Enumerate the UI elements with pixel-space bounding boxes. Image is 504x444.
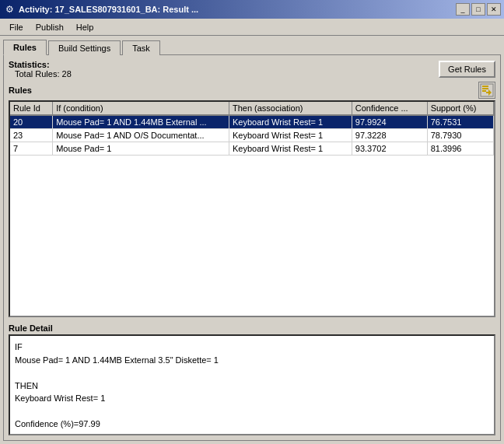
cell-association: Keyboard Wrist Rest= 1 (229, 142, 352, 156)
window-title: Activity: 17_SALES807931601_BA: Result .… (19, 5, 198, 14)
statistics-label: Statistics: (9, 60, 50, 69)
menu-publish[interactable]: Publish (30, 21, 70, 33)
tab-build-settings[interactable]: Build Settings (48, 40, 121, 55)
svg-rect-3 (482, 90, 486, 92)
table-row[interactable]: 23 Mouse Pad= 1 AND O/S Documentat... Ke… (10, 129, 494, 142)
title-bar: ⚙ Activity: 17_SALES807931601_BA: Result… (0, 0, 504, 19)
export-button[interactable] (478, 82, 495, 99)
tab-task[interactable]: Task (122, 40, 160, 55)
rules-section: Rules Rule Id If (c (9, 82, 495, 317)
col-confidence: Confidence ... (352, 102, 427, 115)
col-condition: If (condition) (53, 102, 229, 115)
cell-condition: Mouse Pad= 1 AND 1.44MB External ... (53, 115, 229, 129)
get-rules-button[interactable]: Get Rules (439, 61, 495, 78)
rules-table-wrapper: Rule Id If (condition) Then (association… (9, 100, 495, 317)
main-content: Rules Build Settings Task Statistics: To… (0, 36, 504, 444)
tab-content-rules: Statistics: Total Rules: 28 Get Rules Ru… (3, 54, 501, 441)
cell-support: 78.7930 (427, 129, 493, 142)
rules-section-label: Rules (9, 86, 32, 95)
menu-bar: File Publish Help (0, 19, 504, 36)
cell-rule-id: 23 (10, 129, 53, 142)
app-icon: ⚙ (3, 3, 16, 16)
minimize-button[interactable]: _ (456, 3, 470, 16)
cell-rule-id: 20 (10, 115, 53, 129)
cell-association: Keyboard Wrist Rest= 1 (229, 129, 352, 142)
cell-support: 76.7531 (427, 115, 493, 129)
rules-table: Rule Id If (condition) Then (association… (10, 102, 494, 156)
cell-rule-id: 7 (10, 142, 53, 156)
cell-condition: Mouse Pad= 1 AND O/S Documentat... (53, 129, 229, 142)
cell-confidence: 93.3702 (352, 142, 427, 156)
table-row[interactable]: 7 Mouse Pad= 1 Keyboard Wrist Rest= 1 93… (10, 142, 494, 156)
menu-help[interactable]: Help (70, 21, 100, 33)
statistics-row: Statistics: Total Rules: 28 Get Rules (9, 60, 495, 79)
rule-detail-label: Rule Detail (9, 323, 495, 333)
rule-detail-content: IFMouse Pad= 1 AND 1.44MB External 3.5" … (9, 334, 495, 435)
cell-confidence: 97.9924 (352, 115, 427, 129)
cell-support: 81.3996 (427, 142, 493, 156)
tab-rules[interactable]: Rules (3, 40, 47, 55)
tab-bar: Rules Build Settings Task (3, 39, 501, 54)
cell-condition: Mouse Pad= 1 (53, 142, 229, 156)
col-association: Then (association) (229, 102, 352, 115)
svg-rect-1 (482, 86, 488, 87)
rules-header-row: Rules (9, 82, 495, 99)
maximize-button[interactable]: □ (471, 3, 485, 16)
close-button[interactable]: ✕ (487, 3, 501, 16)
rule-detail-section: Rule Detail IFMouse Pad= 1 AND 1.44MB Ex… (9, 323, 495, 435)
svg-rect-2 (482, 88, 488, 89)
cell-association: Keyboard Wrist Rest= 1 (229, 115, 352, 129)
total-rules-value: Total Rules: 28 (15, 69, 72, 79)
col-rule-id: Rule Id (10, 102, 53, 115)
title-buttons: _ □ ✕ (456, 3, 501, 16)
col-support: Support (%) (427, 102, 493, 115)
table-row[interactable]: 20 Mouse Pad= 1 AND 1.44MB External ... … (10, 115, 494, 129)
menu-file[interactable]: File (3, 21, 30, 33)
export-icon (480, 83, 494, 97)
cell-confidence: 97.3228 (352, 129, 427, 142)
